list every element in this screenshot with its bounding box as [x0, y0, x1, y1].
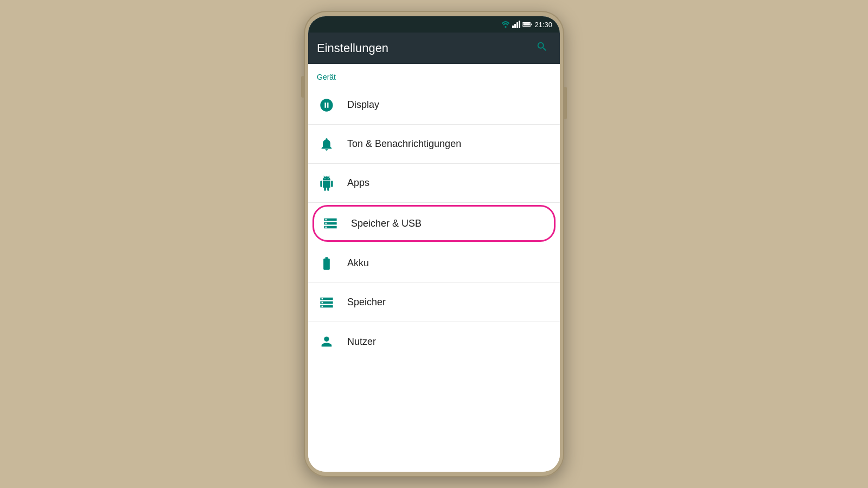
time-display: 21:30 — [534, 21, 552, 29]
display-label: Display — [347, 99, 379, 111]
search-button[interactable] — [533, 37, 551, 59]
bell-icon — [317, 134, 336, 154]
nutzer-label: Nutzer — [347, 336, 376, 348]
phone-frame: 21:30 Einstellungen Gerät — [304, 11, 564, 477]
wifi-icon — [501, 21, 510, 28]
svg-point-0 — [505, 26, 507, 28]
settings-item-ton[interactable]: Ton & Benachrichtigungen — [308, 125, 560, 164]
battery-icon — [522, 21, 532, 28]
memory-icon — [317, 293, 336, 312]
app-bar: Einstellungen — [308, 33, 560, 64]
akku-label: Akku — [347, 258, 369, 269]
android-icon — [317, 174, 336, 193]
app-bar-title: Einstellungen — [317, 41, 388, 55]
apps-label: Apps — [347, 177, 369, 189]
status-bar: 21:30 — [308, 16, 560, 33]
settings-item-display[interactable]: Display — [308, 86, 560, 125]
settings-item-nutzer[interactable]: Nutzer — [308, 322, 560, 361]
settings-item-speicher-usb[interactable]: Speicher & USB — [312, 205, 556, 242]
display-icon — [317, 95, 336, 115]
phone-screen: 21:30 Einstellungen Gerät — [308, 16, 560, 472]
status-icons: 21:30 — [501, 21, 552, 29]
svg-rect-2 — [531, 24, 532, 25]
signal-icon — [512, 21, 520, 28]
akku-icon — [317, 254, 336, 273]
settings-list: Gerät Display Ton & Benachri — [308, 64, 560, 472]
settings-item-akku[interactable]: Akku — [308, 244, 560, 283]
ton-label: Ton & Benachrichtigungen — [347, 138, 461, 150]
speicher-label: Speicher — [347, 297, 386, 308]
svg-rect-3 — [524, 23, 530, 25]
settings-item-apps[interactable]: Apps — [308, 164, 560, 203]
speicher-usb-label: Speicher & USB — [351, 218, 422, 229]
storage-icon — [321, 214, 340, 233]
person-icon — [317, 332, 336, 351]
search-icon — [536, 41, 548, 53]
settings-item-speicher[interactable]: Speicher — [308, 283, 560, 322]
section-header-device: Gerät — [308, 64, 560, 86]
